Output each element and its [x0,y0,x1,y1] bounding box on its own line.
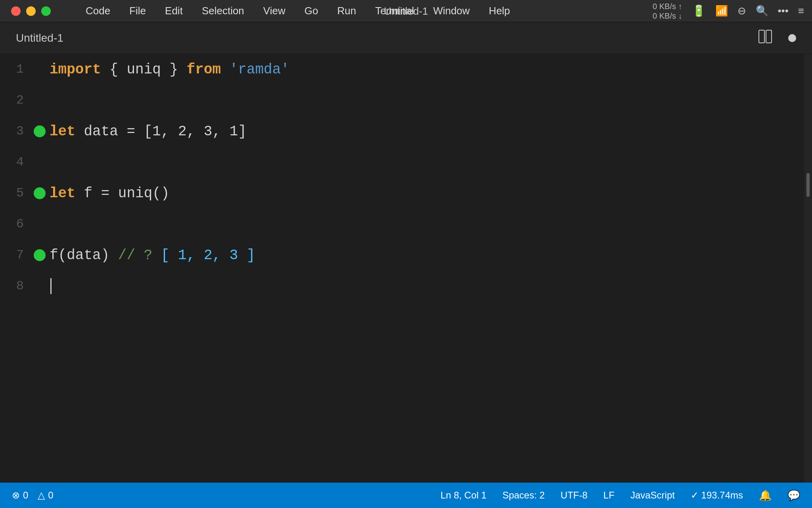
keyword-from: from [187,62,221,78]
warning-count: 0 [48,490,53,501]
maximize-button[interactable] [41,6,51,16]
do-not-disturb-icon[interactable]: ⊖ [737,5,746,17]
menu-code[interactable]: Code [82,3,113,19]
keyword-import: import [50,62,101,78]
code-line-3[interactable]: 3 let data = [1, 2, 3, 1] [0,116,804,147]
more-icon[interactable]: ••• [778,5,789,17]
minimize-button[interactable] [26,6,36,16]
window-controls [11,6,51,16]
notifications-icon[interactable]: 🔔 [759,489,772,502]
breakpoint-6[interactable] [34,218,46,230]
titlebar: Untitled-1 [0,22,812,54]
code-line-4[interactable]: 4 [0,147,804,178]
line-number-1: 1 [0,54,32,85]
code-line-8[interactable]: 8 [0,271,804,302]
close-button[interactable] [11,6,21,16]
wifi-icon: 📶 [715,5,728,17]
status-time: ✓ 193.74ms [691,490,743,501]
line-number-7: 7 [0,240,32,271]
finder-icon[interactable]: 🔍 [756,5,768,17]
menu-terminal[interactable]: Terminal [372,3,417,19]
code-content-8 [50,278,52,294]
breakpoint-5[interactable] [34,187,46,199]
editor-area: 1 import { uniq } from 'ramda' 2 3 let d… [0,54,812,483]
line-number-4: 4 [0,147,32,178]
menu-window[interactable]: Window [430,3,473,19]
code-line-1[interactable]: 1 import { uniq } from 'ramda' [0,54,804,85]
code-content-1: import { uniq } from 'ramda' [50,62,289,78]
keyword-let-5: let [50,185,75,202]
line-number-2: 2 [0,85,32,116]
menu-go[interactable]: Go [301,3,322,19]
comment-7: // ? [118,247,161,264]
line-number-6: 6 [0,209,32,240]
list-icon[interactable]: ≡ [798,5,804,17]
line-number-8: 8 [0,271,32,302]
menu-run[interactable]: Run [334,3,359,19]
code-line-7[interactable]: 7 f(data) // ? [ 1, 2, 3 ] [0,240,804,271]
menu-apple[interactable] [63,10,70,13]
menubar: Code File Edit Selection View Go Run Ter… [0,0,812,22]
svg-rect-1 [766,30,772,43]
titlebar-actions [755,26,796,50]
code-content-7: f(data) // ? [ 1, 2, 3 ] [50,247,255,264]
line-number-5: 5 [0,178,32,209]
status-encoding[interactable]: UTF-8 [561,490,588,501]
keyword-let-3: let [50,123,75,140]
error-icon: ⊗ [12,490,20,501]
split-editor-icon[interactable] [755,26,776,50]
tab-filename[interactable]: Untitled-1 [16,32,63,44]
network-stats: 0 KB/s ↑0 KB/s ↓ [653,2,682,21]
status-language[interactable]: JavaScript [630,490,675,501]
string-ramda: 'ramda' [230,62,289,78]
battery-icon: 🔋 [692,4,706,17]
statusbar: ⊗ 0 △ 0 Ln 8, Col 1 Spaces: 2 UTF-8 LF J… [0,483,812,508]
menu-selection[interactable]: Selection [199,3,247,19]
code-content-5: let f = uniq() [50,185,169,202]
breakpoint-3[interactable] [34,125,46,137]
statusbar-right: Ln 8, Col 1 Spaces: 2 UTF-8 LF JavaScrip… [440,489,800,502]
error-count: 0 [23,490,28,501]
menubar-right: 0 KB/s ↑0 KB/s ↓ 🔋 📶 ⊖ 🔍 ••• ≡ [653,2,804,21]
feedback-icon[interactable]: 💬 [787,489,800,502]
status-position[interactable]: Ln 8, Col 1 [440,490,486,501]
warning-icon: △ [38,490,45,501]
breakpoint-7[interactable] [34,249,46,261]
dirty-indicator [788,34,796,42]
menu-file[interactable]: File [126,3,149,19]
menu-view[interactable]: View [260,3,289,19]
code-content-3: let data = [1, 2, 3, 1] [50,123,247,140]
svg-rect-0 [759,30,764,43]
breakpoint-2[interactable] [34,94,46,106]
menu-edit[interactable]: Edit [162,3,186,19]
scrollbar-thumb[interactable] [806,173,810,197]
breakpoint-4[interactable] [34,156,46,168]
status-errors[interactable]: ⊗ 0 △ 0 [12,490,54,501]
status-eol[interactable]: LF [603,490,615,501]
line-number-3: 3 [0,116,32,147]
code-line-6[interactable]: 6 [0,209,804,240]
breakpoint-8[interactable] [34,280,46,292]
scrollbar-track[interactable] [804,54,812,483]
result-7: [ 1, 2, 3 ] [161,247,255,264]
code-line-2[interactable]: 2 [0,85,804,116]
status-spaces[interactable]: Spaces: 2 [502,490,545,501]
menu-help[interactable]: Help [486,3,513,19]
code-line-5[interactable]: 5 let f = uniq() [0,178,804,209]
breakpoint-1[interactable] [34,64,46,75]
